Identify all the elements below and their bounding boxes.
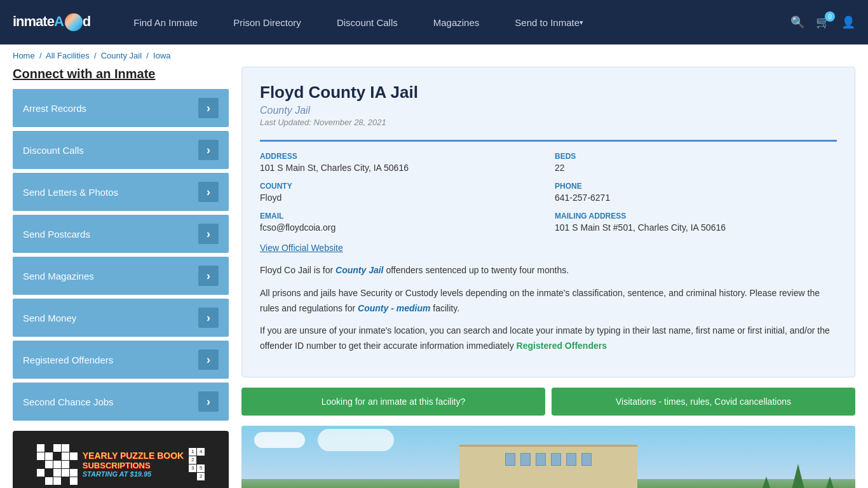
chevron-right-icon: › [198,391,219,412]
facility-card: Floyd County IA Jail County Jail Last Up… [241,67,855,377]
detail-phone: PHONE 641-257-6271 [555,182,837,203]
mailing-label: MAILING ADDRESS [555,212,837,220]
visitations-button[interactable]: Visitations - times, rules, Covid cancel… [552,388,855,416]
sidebar-item-discount-calls[interactable]: Discount Calls › [13,131,229,169]
official-website-link[interactable]: View Official Website [260,243,343,253]
logo-icon [65,13,83,31]
logo-text: inmateAd [13,13,90,29]
county-label: COUNTY [260,182,542,191]
main-container: Connect with an Inmate Arrest Records › … [0,67,868,488]
window [520,453,531,466]
detail-beds: BEDS 22 [555,152,837,173]
sidebar-item-label: Second Chance Jobs [23,396,114,407]
sidebar-item-label: Discount Calls [23,145,84,156]
breadcrumb-county-jail[interactable]: County Jail [101,51,142,60]
cart-badge: 0 [825,11,835,22]
window [505,453,515,466]
navbar: inmateAd Find An Inmate Prison Directory… [0,0,868,44]
tree-icon [817,477,843,488]
detail-email: EMAIL fcso@floydcoia.org [260,212,542,233]
sidebar: Connect with an Inmate Arrest Records › … [13,67,229,488]
action-buttons: Looking for an inmate at this facility? … [241,388,855,416]
search-button[interactable]: 🔍 [790,15,804,29]
ad-title: YEARLY PUZZLE BOOK [83,451,184,461]
window [551,453,561,466]
chevron-right-icon: › [198,182,219,202]
sidebar-item-second-chance-jobs[interactable]: Second Chance Jobs › [13,383,229,421]
tree-icon [754,477,779,488]
tree-icon [785,464,811,488]
window [566,453,576,466]
photo-cloud-1 [254,432,305,448]
sidebar-item-send-magazines[interactable]: Send Magazines › [13,257,229,295]
sidebar-item-send-postcards[interactable]: Send Postcards › [13,215,229,253]
navbar-links: Find An Inmate Prison Directory Discount… [116,0,790,44]
chevron-right-icon: › [198,224,219,244]
detail-mailing: MAILING ADDRESS 101 S Main St #501, Char… [555,212,837,233]
facility-photo [241,426,855,488]
breadcrumb-iowa[interactable]: Iowa [153,51,170,60]
beds-label: BEDS [555,152,837,161]
user-icon: 👤 [841,16,855,29]
address-value: 101 S Main St, Charles City, IA 50616 [260,163,542,173]
mailing-value: 101 S Main St #501, Charles City, IA 506… [555,222,837,233]
email-label: EMAIL [260,212,542,220]
beds-value: 22 [555,163,837,173]
nav-find-inmate[interactable]: Find An Inmate [116,0,215,44]
facility-details: ADDRESS 101 S Main St, Charles City, IA … [260,140,837,233]
cart-button[interactable]: 🛒 0 [816,15,830,29]
phone-value: 641-257-6271 [555,193,837,203]
ad-title2: SUBSCRIPTIONS [83,461,184,470]
chevron-right-icon: › [198,349,219,370]
breadcrumb: Home / All Facilities / County Jail / Io… [0,44,868,67]
ad-price: STARTING AT $19.95 [83,470,184,478]
window [536,453,546,466]
window [581,453,592,466]
sidebar-item-label: Send Postcards [23,229,90,240]
facility-updated: Last Updated: November 28, 2021 [260,118,837,127]
sidebar-item-label: Send Letters & Photos [23,187,118,198]
photo-windows [459,447,637,472]
detail-address: ADDRESS 101 S Main St, Charles City, IA … [260,152,542,173]
photo-cloud-2 [318,429,394,451]
sidebar-item-send-money[interactable]: Send Money › [13,299,229,337]
chevron-right-icon: › [198,140,219,160]
breadcrumb-home[interactable]: Home [13,51,35,60]
sidebar-item-label: Send Money [23,313,76,323]
facility-name: Floyd County IA Jail [260,83,837,102]
nav-discount-calls[interactable]: Discount Calls [319,0,416,44]
chevron-right-icon: › [198,308,219,328]
search-icon: 🔍 [790,16,804,29]
address-label: ADDRESS [260,152,542,161]
nav-magazines[interactable]: Magazines [416,0,498,44]
sidebar-ad[interactable]: YEARLY PUZZLE BOOK SUBSCRIPTIONS STARTIN… [13,431,229,488]
county-jail-link[interactable]: County Jail [336,265,383,275]
nav-send-to-inmate[interactable]: Send to Inmate [497,0,601,44]
navbar-icons: 🔍 🛒 0 👤 [790,15,855,29]
main-content: Floyd County IA Jail County Jail Last Up… [241,67,855,488]
detail-county: COUNTY Floyd [260,182,542,203]
sidebar-title: Connect with an Inmate [13,67,229,81]
sidebar-item-send-letters-photos[interactable]: Send Letters & Photos › [13,173,229,211]
registered-offenders-link[interactable]: Registered Offenders [517,341,607,351]
photo-building [459,445,637,488]
county-value: Floyd [260,193,542,203]
facility-description: Floyd Co Jail is for County Jail offende… [260,263,837,354]
logo[interactable]: inmateAd [13,13,90,31]
looking-for-inmate-button[interactable]: Looking for an inmate at this facility? [241,388,545,416]
sidebar-item-label: Arrest Records [23,103,86,114]
phone-label: PHONE [555,182,837,191]
photo-trees [754,464,843,488]
user-button[interactable]: 👤 [841,15,855,29]
chevron-right-icon: › [198,98,219,118]
sidebar-item-arrest-records[interactable]: Arrest Records › [13,89,229,127]
breadcrumb-all-facilities[interactable]: All Facilities [46,51,90,60]
email-value: fcso@floydcoia.org [260,222,542,233]
chevron-right-icon: › [198,266,219,286]
sidebar-item-label: Registered Offenders [23,355,113,365]
sidebar-item-label: Send Magazines [23,271,94,281]
nav-prison-directory[interactable]: Prison Directory [215,0,319,44]
sidebar-item-registered-offenders[interactable]: Registered Offenders › [13,341,229,379]
county-medium-link[interactable]: County - medium [358,303,430,313]
facility-type: County Jail [260,105,837,116]
